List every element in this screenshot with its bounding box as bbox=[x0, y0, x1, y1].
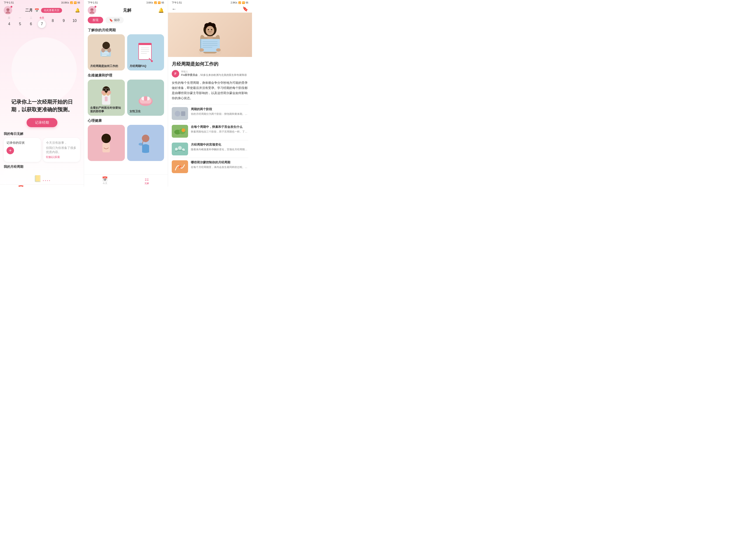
day-tue: 二 6 bbox=[26, 16, 36, 28]
insights-tabs: 发现 🔖 储存 bbox=[84, 15, 168, 25]
svg-rect-17 bbox=[139, 43, 152, 45]
battery-2: 66 bbox=[161, 1, 164, 4]
hygiene-svg bbox=[135, 87, 156, 108]
related-item-0[interactable]: 周期的两个阶段 你的月经周期分为两个阶段：卵泡期和黄体期。… bbox=[172, 104, 248, 122]
signal-icon-3: 📶 bbox=[238, 1, 241, 4]
reviewer-section: F 审核人 Flo医学委员会，50多位来自欧洲与北美的医生和专家阵容 bbox=[172, 70, 248, 78]
card-hygiene[interactable]: 女性卫生 bbox=[127, 80, 164, 116]
today-icon-2: 📅 bbox=[102, 177, 108, 181]
reviewer-description: Flo医学委员会，50多位来自欧洲与北美的医生和专家阵容 bbox=[181, 73, 247, 77]
svg-point-4 bbox=[90, 8, 94, 12]
period-chart: 📒 • • • • bbox=[4, 170, 80, 184]
card-faq[interactable]: 月经周期FAQ bbox=[127, 34, 164, 71]
battery-1: 66 bbox=[78, 1, 80, 4]
bottom-nav-2: 📅 今天 ⚏ 见解 bbox=[84, 175, 168, 187]
nav-insights-1[interactable]: ⚏ 见解 bbox=[42, 184, 84, 187]
article-body: 女性的每个生理周期，身体都会争分夺秒地为可能的受孕做好准备，即使最后并没有受孕。… bbox=[172, 80, 248, 101]
related-text-2: 月经周期中的宫颈变化 随着体内雌激素和孕酮的变化，宫颈在月经周期… bbox=[191, 143, 248, 151]
view-calendar-button[interactable]: 在此查看月历 bbox=[41, 8, 62, 13]
related-item-1[interactable]: 在每个周期中，卵巢和子宫会发生什么 卵巢周期包括三个阶段，而子宫周期也一样。了… bbox=[172, 122, 248, 140]
card-illus-5 bbox=[88, 125, 125, 161]
mental-svg1 bbox=[97, 132, 116, 155]
month-row: 二月 📅 在此查看月历 bbox=[25, 8, 62, 13]
related-thumb-svg-1 bbox=[173, 125, 187, 137]
related-desc-2: 随着体内雌激素和孕酮的变化，宫颈在月经周期… bbox=[191, 148, 248, 151]
add-symptom-button[interactable]: + bbox=[6, 147, 14, 154]
related-thumb-svg-0 bbox=[173, 108, 187, 119]
back-button[interactable]: ← bbox=[172, 6, 176, 12]
hero-text: 记录你上一次经期开始的日期，以获取更准确的预测。 bbox=[7, 98, 77, 114]
related-title-2: 月经周期中的宫颈变化 bbox=[191, 143, 248, 147]
related-thumb-1 bbox=[172, 125, 188, 138]
time-1: 下午1:51 bbox=[4, 1, 14, 4]
insight-cards: 记录你的症状 + 今天没有故事， 但我们为你准备了很多优质内容。 轻触以探索 bbox=[4, 138, 80, 162]
nav-today-1[interactable]: 📅 今天 bbox=[0, 184, 42, 187]
day-today[interactable]: 今天 7 bbox=[37, 16, 46, 28]
svg-point-43 bbox=[139, 143, 143, 146]
network-speed-2: 3.6K/s bbox=[146, 1, 153, 4]
related-thumb-svg-2 bbox=[173, 143, 187, 155]
svg-rect-66 bbox=[181, 111, 185, 116]
section-mental-title: 心理健康 bbox=[88, 119, 164, 123]
story-card[interactable]: 今天没有故事， 但我们为你准备了很多优质内容。 轻触以探索 bbox=[43, 138, 80, 162]
wifi-icon-1: 🛜 bbox=[74, 1, 77, 4]
flo-logo: F bbox=[175, 72, 177, 76]
bookmark-button[interactable]: 🔖 bbox=[242, 6, 248, 12]
related-text-1: 在每个周期中，卵巢和子宫会发生什么 卵巢周期包括三个阶段，而子宫周期也一样。了… bbox=[191, 125, 248, 134]
avatar-1[interactable] bbox=[4, 6, 12, 15]
bell-icon-1[interactable]: 🔔 bbox=[75, 8, 80, 13]
nav-insights-2[interactable]: ⚏ 见解 bbox=[126, 176, 168, 186]
insights-icon-1: ⚏ bbox=[61, 185, 65, 187]
svg-point-62 bbox=[199, 48, 204, 52]
related-articles: 周期的两个阶段 你的月经周期分为两个阶段：卵泡期和黄体期。… 在每个周期中，卵巢… bbox=[172, 104, 248, 176]
record-period-button[interactable]: 记录经期 bbox=[26, 118, 57, 127]
time-2: 下午1:51 bbox=[88, 1, 98, 4]
tab-save[interactable]: 🔖 储存 bbox=[105, 17, 124, 23]
avatar-2[interactable] bbox=[88, 6, 96, 15]
related-desc-0: 你的月经周期分为两个阶段：卵泡期和黄体期。… bbox=[191, 112, 248, 116]
article-content[interactable]: 月经周期是如何工作的 F 审核人 Flo医学委员会，50多位来自欧洲与北美的医生… bbox=[168, 57, 252, 187]
nav-today-2[interactable]: 📅 今天 bbox=[84, 176, 126, 186]
card-mental1[interactable] bbox=[88, 125, 125, 161]
svg-point-76 bbox=[179, 166, 181, 168]
bookmark-icon: 🔖 bbox=[109, 18, 113, 22]
period-section: 我的月经周期 📒 • • • • bbox=[0, 165, 84, 184]
related-text-0: 周期的两个阶段 你的月经周期分为两个阶段：卵泡期和黄体期。… bbox=[191, 107, 248, 116]
reviewer-icon: F bbox=[172, 70, 179, 78]
svg-point-3 bbox=[8, 9, 9, 10]
time-3: 下午1:51 bbox=[172, 1, 182, 4]
story-subtitle: 但我们为你准备了很多优质内容。 bbox=[46, 146, 78, 154]
card-gynecologist[interactable]: 去看妇产科医生时你要知道的那些事 bbox=[88, 80, 125, 116]
signal-icon-2: 📶 bbox=[154, 1, 157, 4]
day-sun: 日 4 bbox=[5, 16, 14, 28]
card-how-menstrual-works[interactable]: 月经周期是如何工作的 bbox=[88, 34, 125, 71]
section1-cards: 月经周期是如何工作的 月经周期FAQ bbox=[88, 34, 164, 71]
tab-save-label: 储存 bbox=[114, 18, 120, 22]
bell-icon-2[interactable]: 🔔 bbox=[158, 7, 164, 13]
related-title-1: 在每个周期中，卵巢和子宫会发生什么 bbox=[191, 125, 248, 129]
chart-decoration: 📒 bbox=[34, 175, 42, 182]
mental-svg2 bbox=[136, 132, 155, 155]
insights-header: 见解 🔔 bbox=[84, 5, 168, 15]
panel-article: 下午1:51 2.9K/s 📶 🛜 66 ← 🔖 bbox=[168, 0, 252, 187]
chart-dots: • • • • bbox=[43, 179, 50, 182]
day-8: 8 bbox=[48, 16, 57, 28]
related-item-3[interactable]: 哪些荷尔蒙控制你的月经周期 在每个月经周期里，体内会发生着同样的过程。… bbox=[172, 158, 248, 176]
svg-point-70 bbox=[181, 128, 185, 132]
svg-point-7 bbox=[93, 9, 93, 10]
tab-discover[interactable]: 发现 bbox=[88, 17, 103, 23]
related-title-3: 哪些荷尔蒙控制你的月经周期 bbox=[191, 160, 248, 164]
story-explore-link[interactable]: 轻触以探索 bbox=[46, 155, 78, 159]
symptom-card-title: 记录你的症状 bbox=[6, 141, 25, 145]
svg-point-53 bbox=[211, 29, 212, 30]
symptom-card[interactable]: 记录你的症状 + bbox=[4, 138, 41, 162]
svg-rect-40 bbox=[102, 143, 110, 152]
period-section-title: 我的月经周期 bbox=[4, 165, 80, 169]
insights-content[interactable]: 了解你的月经周期 月经周期是如何工作的 bbox=[84, 25, 168, 175]
nav-today-label-2: 今天 bbox=[103, 182, 107, 185]
network-speed-3: 2.9K/s bbox=[231, 1, 237, 4]
svg-point-14 bbox=[101, 48, 105, 53]
card-mental2[interactable] bbox=[127, 125, 164, 161]
svg-rect-28 bbox=[105, 97, 107, 101]
related-item-2[interactable]: 月经周期中的宫颈变化 随着体内雌激素和孕酮的变化，宫颈在月经周期… bbox=[172, 140, 248, 158]
